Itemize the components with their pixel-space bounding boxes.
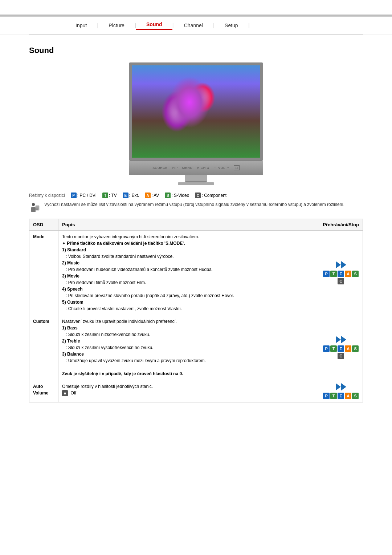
monitor-image: SOURCE PIP MENU ∨ CH ∧ − VOL + □: [29, 62, 363, 185]
info-table: OSD Popis Přehrávání/Stop Mode Tento mon…: [29, 219, 363, 402]
svg-rect-1: [31, 207, 36, 212]
nav-item-input[interactable]: Input: [65, 23, 97, 28]
mode-label: Režimy k dispozici: [29, 193, 65, 198]
popis-autovolume: Omezuje rozdíly v hlasitosti jednotlivýc…: [58, 380, 319, 402]
nav-sep-5: |: [248, 22, 250, 29]
mode-s: S: S-Video: [165, 193, 189, 198]
note-text: Výchozí nastavení se může lišit v závisl…: [44, 202, 344, 207]
nav-bar: Input | Picture | Sound | Channel | Setu…: [0, 16, 392, 35]
table-header-play: Přehrávání/Stop: [319, 219, 363, 231]
svg-point-0: [32, 203, 35, 206]
mode-p: P: PC / DVI: [71, 193, 97, 198]
mode-a: A: AV: [145, 193, 159, 198]
monitor-screen: [129, 62, 263, 161]
play-mode: P T E A S C: [319, 231, 363, 315]
osd-mode: Mode: [29, 231, 58, 315]
nav-item-picture[interactable]: Picture: [98, 23, 135, 28]
mode-t: T: TV: [102, 193, 117, 198]
nav-item-sound[interactable]: Sound: [136, 21, 172, 30]
note-icon: [29, 202, 41, 214]
nav-item-channel[interactable]: Channel: [174, 23, 213, 28]
osd-autovolume: AutoVolume: [29, 380, 58, 402]
table-row: AutoVolume Omezuje rozdíly v hlasitosti …: [29, 380, 363, 402]
mode-c: C: Component: [195, 193, 226, 198]
play-autovolume: P T E A S: [319, 380, 363, 402]
page-title: Sound: [29, 46, 363, 55]
table-header-osd: OSD: [29, 219, 58, 231]
note-box: Výchozí nastavení se může lišit v závisl…: [29, 202, 363, 214]
table-row: Mode Tento monitor je vybaven integrovan…: [29, 231, 363, 315]
osd-custom: Custom: [29, 315, 58, 380]
mode-e: E: Ext.: [123, 193, 139, 198]
mode-indicators: Režimy k dispozici P: PC / DVI T: TV E: …: [29, 193, 363, 198]
nav-item-setup[interactable]: Setup: [215, 23, 248, 28]
popis-mode: Tento monitor je vybaven integrovaným hi…: [58, 231, 319, 315]
monitor-controls: SOURCE PIP MENU ∨ CH ∧ − VOL + □: [129, 161, 263, 175]
popis-custom: Nastavení zvuku lze upravit podle indivi…: [58, 315, 319, 380]
table-header-popis: Popis: [58, 219, 319, 231]
play-custom: P T E A S C: [319, 315, 363, 380]
table-row: Custom Nastavení zvuku lze upravit podle…: [29, 315, 363, 380]
